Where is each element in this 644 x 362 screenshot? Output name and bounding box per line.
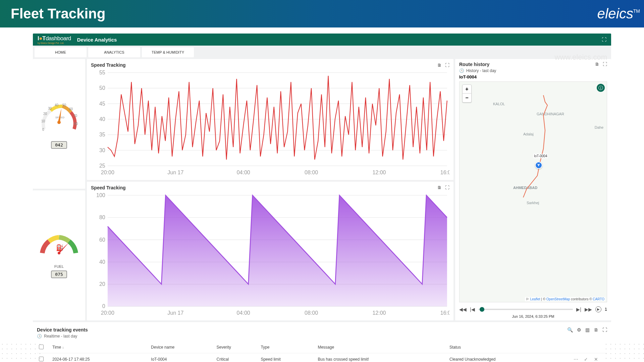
device-id-label: IoT-0004 — [455, 74, 611, 80]
export-icon[interactable]: 🗎 — [594, 327, 598, 333]
osm-link[interactable]: OpenStreetMap — [546, 297, 570, 301]
svg-text:20: 20 — [99, 281, 105, 287]
realtime-range-label[interactable]: Realtime - last day — [44, 334, 77, 339]
svg-text:12:00: 12:00 — [372, 310, 386, 316]
speed-gauge-value: 042 — [51, 141, 67, 149]
svg-text:80: 80 — [74, 122, 78, 126]
cell-status: Cleared Unacknowledged — [447, 353, 567, 362]
ffwd-icon[interactable]: ▶▶ — [585, 307, 592, 312]
clock-icon: 🕓 — [459, 68, 464, 73]
sort-desc-icon: ↓ — [62, 346, 64, 349]
expand-icon[interactable]: ⛶ — [445, 63, 449, 68]
play-icon[interactable]: ▶ — [595, 306, 601, 312]
close-icon[interactable]: ✕ — [594, 357, 598, 362]
fuel-gauge-value: 075 — [51, 270, 67, 278]
expand-icon[interactable]: ⛶ — [603, 62, 607, 67]
col-type[interactable]: Type — [259, 342, 316, 353]
svg-text:60: 60 — [99, 236, 105, 242]
columns-icon[interactable]: ▥ — [585, 327, 590, 333]
ack-icon[interactable]: ✓ — [584, 357, 588, 362]
svg-text:40: 40 — [99, 116, 105, 122]
expand-icon[interactable]: ⛶ — [445, 185, 449, 190]
speed-gauge: 01020 304050 607080 SPEED — [37, 99, 81, 139]
export-icon[interactable]: 🗎 — [437, 185, 442, 190]
speed-line-chart: 2530354045505520:00Jun 1704:0008:0012:00… — [91, 69, 449, 177]
fuel-gauge-label: FUEL — [54, 264, 64, 268]
svg-marker-10 — [58, 108, 61, 122]
tab-temp-humidity[interactable]: TEMP & HUMIDITY — [142, 47, 194, 57]
col-message[interactable]: Message — [316, 342, 447, 353]
tab-home[interactable]: HOME — [35, 47, 87, 57]
playback-slider[interactable] — [478, 309, 573, 310]
brand-logo: eleicsTM — [597, 6, 633, 22]
map-attribution: 🏳 Leaflet | © OpenStreetMap contributors… — [525, 297, 605, 301]
more-icon[interactable]: ⋯ — [574, 357, 578, 362]
fuel-chart-card: Speed Tracking 🗎 ⛶ 02040608010020:00Jun … — [87, 182, 453, 320]
map-marker[interactable] — [535, 162, 542, 169]
svg-text:20:00: 20:00 — [101, 310, 114, 316]
fullscreen-icon[interactable]: ⛶ — [602, 37, 606, 42]
next-icon[interactable]: ▶| — [576, 307, 581, 312]
svg-text:0: 0 — [42, 128, 44, 131]
prev-icon[interactable]: |◀ — [470, 307, 475, 312]
playback-timestamp: Jun 16, 2024, 6:33:25 PM — [455, 314, 611, 320]
filter-icon[interactable]: ⚙ — [577, 327, 581, 333]
svg-text:10: 10 — [41, 119, 45, 123]
map-marker-label: IoT-0004 — [533, 154, 548, 158]
svg-text:16:00: 16:00 — [440, 169, 449, 175]
col-device[interactable]: Device name — [149, 342, 214, 353]
svg-text:04:00: 04:00 — [237, 310, 250, 316]
card-title: Speed Tracking — [91, 62, 125, 68]
app-subtitle: Device Analytics — [77, 37, 117, 43]
clock-icon: 🕓 — [37, 334, 42, 339]
page-title: Fleet Tracking — [11, 6, 105, 22]
search-icon[interactable]: 🔍 — [567, 327, 573, 333]
card-title: Speed Tracking — [91, 185, 125, 190]
svg-text:20:00: 20:00 — [101, 169, 114, 175]
carto-link[interactable]: CARTO — [593, 297, 604, 301]
col-status[interactable]: Status — [447, 342, 567, 353]
col-time[interactable]: Time ↓ — [50, 342, 149, 353]
svg-text:40: 40 — [55, 103, 59, 107]
export-icon[interactable]: 🗎 — [437, 63, 442, 68]
tab-analytics[interactable]: ANALYTICS — [88, 47, 140, 57]
col-severity[interactable]: Severity — [215, 342, 259, 353]
svg-text:55: 55 — [99, 69, 105, 75]
app-logo: I●Tdashboard by Eleics Design Pvt. Ltd. — [38, 35, 71, 44]
route-history-card: Route history 🗎 ⛶ 🕓 History - last day I… — [455, 59, 611, 320]
svg-text:Jun 17: Jun 17 — [167, 169, 183, 175]
svg-text:12:00: 12:00 — [372, 169, 386, 175]
table-row[interactable]: 2024-06-17 17:48:25 IoT-0004 Critical Sp… — [37, 353, 607, 362]
leaflet-link[interactable]: Leaflet — [530, 297, 540, 301]
history-range-label[interactable]: History - last day — [466, 68, 496, 73]
svg-text:16:00: 16:00 — [440, 310, 449, 316]
expand-icon[interactable]: ⛶ — [602, 327, 607, 333]
speed-mult: 1 — [605, 307, 607, 312]
svg-text:08:00: 08:00 — [305, 310, 318, 316]
svg-text:35: 35 — [99, 131, 105, 137]
cell-type: Speed limit — [259, 353, 316, 362]
cell-time: 2024-06-17 17:48:25 — [50, 353, 149, 362]
map[interactable]: + − ⓘ KALOL GANDHINAGAR Adalaj Dahe AHME… — [459, 81, 607, 302]
svg-text:45: 45 — [99, 101, 105, 107]
rewind-icon[interactable]: ◀◀ — [459, 307, 467, 312]
speed-chart-card: Speed Tracking 🗎 ⛶ 2530354045505520:00Ju… — [87, 59, 453, 180]
cell-device: IoT-0004 — [149, 353, 214, 362]
speed-gauge-card: 01020 304050 607080 SPEED 042 — [33, 59, 85, 189]
svg-marker-53 — [108, 195, 447, 306]
cell-message: Bus has crossed speed limit! — [316, 353, 447, 362]
svg-text:Jun 17: Jun 17 — [167, 310, 183, 316]
svg-text:20: 20 — [43, 112, 47, 116]
svg-point-14 — [58, 252, 60, 254]
svg-text:25: 25 — [99, 163, 105, 169]
watermark: www.eleics.com — [555, 53, 607, 62]
cell-severity: Critical — [215, 353, 259, 362]
svg-point-11 — [57, 121, 61, 124]
card-title: Route history — [459, 62, 489, 67]
app-header: I●Tdashboard by Eleics Design Pvt. Ltd. … — [33, 34, 611, 46]
export-icon[interactable]: 🗎 — [595, 62, 599, 67]
svg-text:08:00: 08:00 — [305, 169, 318, 175]
outer-header: Fleet Tracking eleicsTM — [0, 0, 644, 27]
fuel-area-chart: 02040608010020:00Jun 1704:0008:0012:0016… — [91, 192, 449, 317]
events-card: Device tracking events 🔍 ⚙ ▥ 🗎 ⛶ 🕓 Realt… — [33, 324, 611, 362]
